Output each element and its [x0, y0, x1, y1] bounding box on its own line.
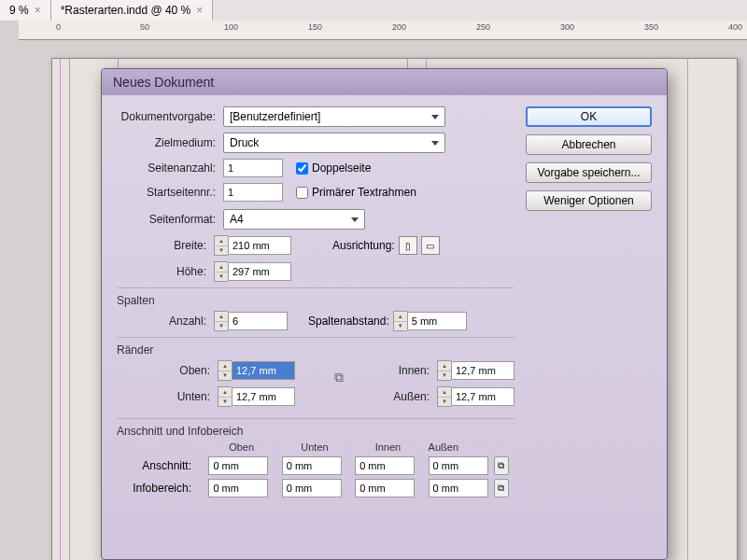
- document-tab[interactable]: 9 %×: [0, 0, 51, 21]
- horizontal-ruler: 0 50 100 150 200 250 300 350 400: [19, 21, 747, 21]
- tab-bar: 9 %× *Rasterarten.indd @ 40 %×: [0, 0, 747, 21]
- document-tab[interactable]: *Rasterarten.indd @ 40 %×: [51, 0, 214, 21]
- close-icon[interactable]: ×: [35, 4, 41, 17]
- close-icon[interactable]: ×: [196, 4, 203, 17]
- canvas: 0 50 100 150 200 250 300 350 400: [0, 21, 747, 21]
